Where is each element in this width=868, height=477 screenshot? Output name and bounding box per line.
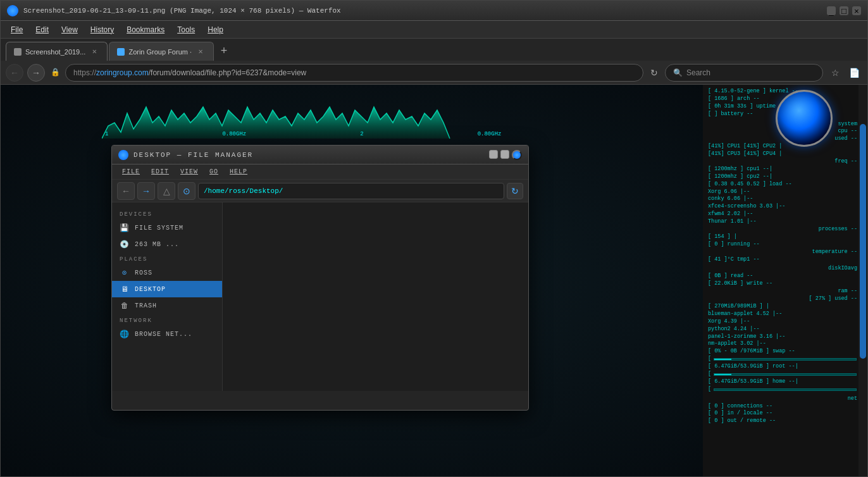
tab-close-1[interactable]: ✕: [89, 47, 99, 57]
conky-home-bar-container: [ ]: [708, 371, 862, 378]
fm-sidebar-network[interactable]: 🌐 Browse Net...: [112, 326, 222, 342]
fm-trash-label: Trash: [135, 302, 157, 309]
conky-temp-lbl: temperature --: [708, 249, 862, 256]
title-bar: Screenshot_2019-06-21_13-09-11.png (PNG …: [1, 1, 867, 21]
fm-home-button[interactable]: ⊙: [178, 182, 195, 200]
title-bar-controls: _ □ ×: [827, 6, 861, 15]
fm-close-button[interactable]: [512, 150, 522, 160]
filesystem-icon: 💾: [120, 223, 130, 233]
fm-sidebar-drive[interactable]: 💿 263 MB ...: [112, 236, 222, 252]
menu-view[interactable]: View: [56, 23, 83, 36]
fm-minimize-button[interactable]: [489, 150, 498, 159]
conky-procs-lbl: processes --: [708, 226, 862, 233]
tabs-bar: Screenshot_2019... ✕ Zorin Group Forum ·…: [1, 39, 867, 61]
scrollbar-thumb[interactable]: [860, 124, 866, 359]
fm-menu-edit[interactable]: Edit: [146, 167, 174, 177]
reader-view-button[interactable]: 📄: [846, 65, 862, 81]
fm-forward-button[interactable]: →: [137, 182, 155, 200]
tab-close-2[interactable]: ✕: [195, 47, 206, 57]
close-button[interactable]: ×: [852, 6, 861, 15]
maximize-button[interactable]: □: [840, 6, 848, 15]
fm-ross-label: ross: [135, 269, 152, 276]
cpu1-freq: 0.80GHz: [222, 131, 246, 137]
conky-home-val: [ 6.47GiB/53.9GiB ] home --|: [708, 378, 862, 386]
fm-icon: [118, 150, 128, 160]
trash-icon: 🗑: [120, 300, 130, 311]
browser-icon: [7, 5, 18, 16]
title-bar-left: Screenshot_2019-06-21_13-09-11.png (PNG …: [7, 5, 341, 16]
fm-titlebar: Desktop — File Manager: [112, 146, 528, 164]
fm-maximize-button[interactable]: [500, 150, 509, 159]
conky-line-cpu34: [41%] CPU3 [41%] CPU4 |: [708, 151, 862, 158]
menu-history[interactable]: History: [85, 23, 119, 36]
reload-button[interactable]: ↻: [647, 66, 661, 80]
conky-temp-val: [ 41 ]°C tmp1 --: [708, 256, 862, 264]
conky-154: [ 154 ] |: [708, 233, 862, 241]
search-bar[interactable]: 🔍 Search: [665, 64, 823, 82]
conky-line-cpu1234: [41%] CPU1 [41%] CPU2 |: [708, 143, 862, 151]
fm-main-area[interactable]: [223, 202, 528, 391]
fm-toolbar: ← → △ ⊙ /home/ross/Desktop/ ↻: [112, 180, 528, 202]
fm-devices-header: Devices: [112, 208, 222, 220]
fm-menu-help[interactable]: Help: [225, 167, 252, 177]
cpu-graph-area: 1 0.80GHz 2 0.80GHz: [102, 88, 456, 145]
url-bar[interactable]: https://zoringroup.com/forum/download/fi…: [65, 64, 643, 82]
fm-sidebar: Devices 💾 File System 💿 263 MB ... Place…: [112, 202, 223, 391]
tab-screenshot[interactable]: Screenshot_2019... ✕: [6, 42, 108, 61]
fm-reload-button[interactable]: ↻: [507, 183, 523, 199]
fm-sidebar-filesystem[interactable]: 💾 File System: [112, 220, 222, 236]
menu-file[interactable]: File: [6, 23, 28, 36]
browser-scrollbar[interactable]: [859, 85, 867, 476]
browser-window: Screenshot_2019-06-21_13-09-11.png (PNG …: [0, 0, 868, 477]
fm-menu-go[interactable]: Go: [204, 167, 223, 177]
fm-menu-view[interactable]: View: [175, 167, 203, 177]
conky-conky: conky 6.06 |--: [708, 195, 862, 203]
desktop-icon: 🖥: [120, 284, 130, 294]
menu-edit[interactable]: Edit: [30, 23, 54, 36]
search-placeholder: Search: [686, 68, 710, 77]
fm-path-text: /home/ross/Desktop/: [204, 187, 283, 195]
new-tab-button[interactable]: +: [215, 42, 233, 59]
conky-root-val: [ 6.47GiB/53.9GiB ] root --|: [708, 363, 862, 371]
tab-title-2: Zorin Group Forum ·: [128, 48, 192, 56]
fm-sidebar-desktop[interactable]: 🖥 Desktop: [112, 281, 222, 297]
menu-help[interactable]: Help: [202, 23, 228, 36]
conky-panel: panel-1-zorinme 3.16 |--: [708, 333, 862, 341]
fm-path-bar[interactable]: /home/ross/Desktop/: [198, 183, 504, 199]
conky-write: [ 22.0KiB ] write --: [708, 280, 862, 288]
fm-network-header: Network: [112, 314, 222, 326]
conky-swap: [ 0% - 0B /976MiB ] swap --: [708, 348, 862, 356]
conky-in-locale: [ 0 ] in / locale --: [708, 410, 862, 418]
conky-third-bar-container: [ ]: [708, 386, 862, 393]
conky-blueman: blueman-applet 4.52 |--: [708, 311, 862, 318]
nav-bar: ← → 🔒 https://zoringroup.com/forum/downl…: [1, 61, 867, 85]
search-icon: 🔍: [673, 68, 683, 77]
forward-button[interactable]: →: [27, 64, 45, 82]
conky-python2: python2 4.24 |--: [708, 326, 862, 333]
menu-tools[interactable]: Tools: [172, 23, 200, 36]
fm-menu-file[interactable]: File: [117, 167, 145, 177]
conky-ram-lbl: ram --: [708, 288, 862, 295]
cpu2-freq: 0.80GHz: [478, 131, 502, 137]
conky-xorg: Xorg 6.06 |--: [708, 189, 862, 196]
minimize-button[interactable]: _: [827, 6, 836, 15]
url-domain: zoringroup.com: [96, 68, 149, 77]
window-title: Screenshot_2019-06-21_13-09-11.png (PNG …: [23, 7, 341, 15]
fm-sidebar-trash[interactable]: 🗑 Trash: [112, 297, 222, 314]
conky-root-bar-container: [ ]: [708, 356, 862, 363]
nav-actions: ☆ 📄: [827, 65, 862, 81]
fm-body: Devices 💾 File System 💿 263 MB ... Place…: [112, 202, 528, 391]
back-button[interactable]: ←: [6, 64, 23, 82]
bookmark-star-button[interactable]: ☆: [827, 65, 843, 81]
menu-bookmarks[interactable]: Bookmarks: [121, 23, 170, 36]
fm-back-button[interactable]: ←: [117, 182, 135, 200]
fm-places-header: Places: [112, 252, 222, 264]
tab-zorin-forum[interactable]: Zorin Group Forum · ✕: [109, 42, 214, 61]
conky-monitor: [ 4.15.0-52-gene ] kernel -- [ 1686 ] ar…: [703, 85, 867, 476]
conky-diskio-lbl: diskIOavg: [708, 265, 862, 273]
fm-up-button[interactable]: △: [158, 182, 175, 200]
fm-sidebar-ross[interactable]: ⊙ ross: [112, 264, 222, 281]
url-text: https://zoringroup.com/forum/download/fi…: [73, 68, 306, 77]
conky-cpu2-freq: [ 1200mhz ] cpu2 --|: [708, 173, 862, 181]
url-path: /forum/download/file.php?id=6237&mode=vi…: [149, 68, 307, 77]
